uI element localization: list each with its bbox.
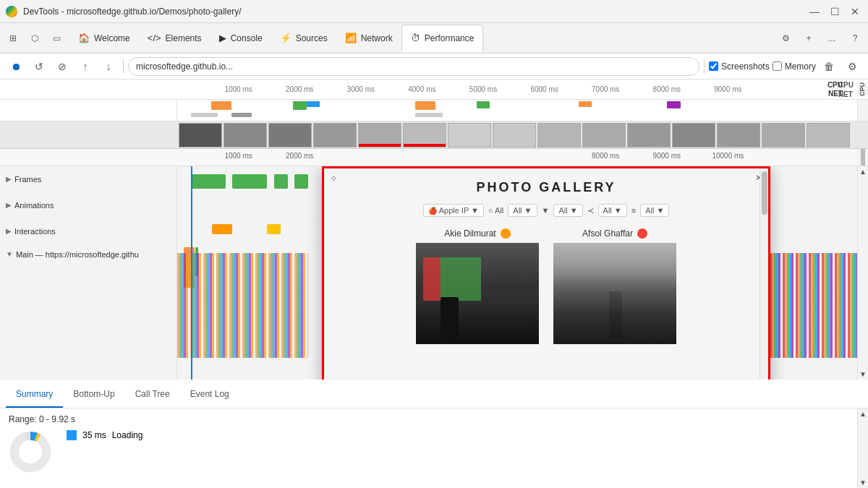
tab-bar-right: ⚙ + ... ? [775,28,865,48]
summary-donut-chart [9,430,52,474]
help-button[interactable]: ? [845,28,865,48]
animations-expand-icon[interactable]: ▶ [6,201,12,209]
tick-9000ms: 9000 ms [714,85,741,93]
screenshot-thumb-3[interactable] [268,123,312,147]
timeline-tracks: ✕ ⊹ PHOTO GALLERY 🍎 Apple IP ▼ ○ All [177,166,868,380]
memory-label[interactable]: Memory [785,61,816,72]
summary-scroll-up[interactable]: ▲ [859,410,867,418]
screenshot-thumb-8[interactable] [493,123,536,147]
ruler2-tick-7000: 8000 ms [592,152,619,160]
trash-button[interactable]: 🗑 [819,56,839,77]
tab-event-log[interactable]: Event Log [180,382,239,408]
screenshot-thumb-7[interactable] [448,123,491,147]
screenshot-thumb-6[interactable] [403,123,446,147]
more-tools-button[interactable]: ... [822,28,842,48]
toggle-sidebar-button[interactable]: ▭ [46,28,67,48]
main-bars-left [177,247,308,364]
graffiti-image [416,243,539,344]
screenshot-thumb-10[interactable] [582,123,626,147]
thumb-red-bar-2 [404,144,446,147]
tab-performance[interactable]: ⏱ Performance [401,25,484,52]
screenshots-label[interactable]: Screenshots [721,61,770,72]
timeline-ruler-top: 1000 ms 2000 ms 3000 ms 4000 ms 5000 ms … [0,80,868,100]
timeline-scrollbar-right[interactable]: ▲ ▼ [857,166,868,380]
screenshot-thumb-9[interactable] [537,123,581,147]
toolbar-divider-2 [704,59,705,74]
street-image [553,243,676,344]
cpu-activity-bars [177,100,857,121]
memory-checkbox[interactable] [773,61,782,71]
scrollbar-handle-right[interactable] [861,149,865,166]
window-close-button[interactable]: ✕ [848,4,862,19]
screenshot-strip [0,121,868,149]
screenshots-checkbox[interactable] [709,61,718,71]
timeline-section: 1000 ms 2000 ms 3000 ms 4000 ms 5000 ms … [0,80,868,380]
popup-photo-1 [416,243,539,344]
download-profile-button[interactable]: ↓ [98,56,119,77]
street-overlay [553,243,676,344]
screenshot-thumb-14[interactable] [762,123,805,147]
frame-bar-3 [274,174,288,189]
screenshot-popup: ✕ ⊹ PHOTO GALLERY 🍎 Apple IP ▼ ○ All [322,166,770,380]
net-bar-2 [231,113,252,117]
tab-summary[interactable]: Summary [6,382,63,408]
main-expand-icon[interactable]: ▼ [6,250,13,258]
performance-toolbar: ⏺ ↺ ⊘ ↑ ↓ Screenshots Memory 🗑 ⚙ [0,53,868,80]
screenshot-thumb-5[interactable] [358,123,401,147]
radio-all: ○ All [488,206,503,215]
interactions-expand-icon[interactable]: ▶ [6,227,12,235]
net-label-top: NET [838,90,854,98]
scroll-down-button[interactable]: ▼ [859,370,867,378]
new-tab-button[interactable]: + [799,28,819,48]
popup-filter-all-2[interactable]: All ▼ [553,204,582,217]
popup-filter-apple[interactable]: 🍎 Apple IP ▼ [423,204,484,217]
screenshot-thumb-2[interactable] [224,123,267,147]
window-restore-button[interactable]: ☐ [827,4,842,19]
popup-filter-all-4[interactable]: All ▼ [640,204,669,217]
home-icon: 🏠 [78,33,90,43]
dock-button[interactable]: ⊞ [3,28,23,48]
toolbar-settings-button[interactable]: ⚙ [842,56,862,77]
tick-6000ms: 6000 ms [530,85,558,93]
popup-move-handle[interactable]: ⊹ [327,171,340,184]
popup-scrollbar-thumb[interactable] [762,171,767,215]
animations-track-name: Animations [14,201,54,210]
screenshot-thumb-12[interactable] [672,123,715,147]
screenshot-thumb-11[interactable] [627,123,671,147]
tick-8000ms: 8000 ms [653,85,681,93]
tab-network[interactable]: 📶 Network [336,25,401,52]
screenshots-checkbox-group: Screenshots [709,61,770,72]
scroll-up-button[interactable]: ▲ [859,168,867,176]
loading-label: Loading [112,430,143,440]
tick-5000ms: 5000 ms [469,85,497,93]
tab-bottom-up[interactable]: Bottom-Up [63,382,124,408]
popup-filter-all-3[interactable]: All ▼ [598,204,627,217]
current-position-line [191,166,192,380]
screenshot-thumb-15[interactable] [807,123,850,147]
upload-profile-button[interactable]: ↑ [75,56,95,77]
tab-elements[interactable]: </> Elements [139,25,210,52]
tab-call-tree[interactable]: Call Tree [125,382,180,408]
popup-site-title: PHOTO GALLERY [476,180,616,195]
undock-button[interactable]: ⬡ [25,28,45,48]
main-track-name: Main — https://microsoftedge.githu [16,250,139,259]
screenshot-thumb-13[interactable] [717,123,760,147]
record-button[interactable]: ⏺ [6,56,26,77]
tab-console[interactable]: ▶ Console [210,25,271,52]
tick-3000ms: 3000 ms [347,85,375,93]
url-display[interactable] [128,57,699,76]
tab-welcome[interactable]: 🏠 Welcome [69,25,139,52]
window-minimize-button[interactable]: — [807,4,822,19]
summary-scroll-down[interactable]: ▼ [859,479,867,487]
settings-tab-button[interactable]: ⚙ [775,28,796,48]
photographer-dot-2 [637,228,647,239]
clear-button[interactable]: ⊘ [52,56,72,77]
reload-record-button[interactable]: ↺ [29,56,49,77]
screenshot-thumb-4[interactable] [313,123,357,147]
tab-sources[interactable]: ⚡ Sources [271,25,336,52]
popup-filter-all-1[interactable]: All ▼ [508,204,537,217]
title-bar-controls: — ☐ ✕ [807,4,862,19]
screenshot-thumb-1[interactable] [179,123,222,147]
frames-expand-icon[interactable]: ▶ [6,175,12,183]
track-labels: ▶ Frames ▶ Animations ▶ Interactions ▼ M… [0,166,177,380]
